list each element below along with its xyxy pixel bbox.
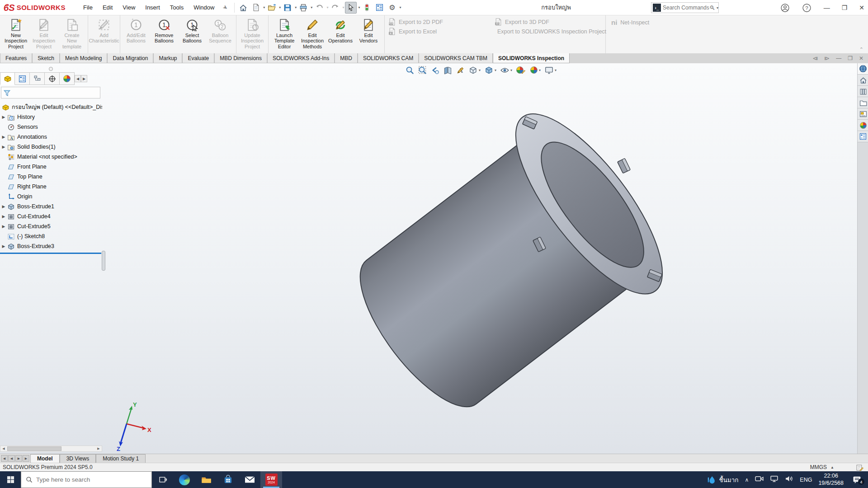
display-style-icon[interactable]: ▾ — [485, 66, 496, 75]
pin-menu-icon[interactable]: ➤ — [222, 3, 230, 12]
search-icon[interactable]: 🔍︎ — [709, 5, 715, 11]
tab-solidworks-inspection[interactable]: SOLIDWORKS Inspection — [493, 53, 570, 63]
tab-features[interactable]: Features — [0, 53, 32, 63]
meet-now-icon[interactable] — [755, 475, 764, 484]
doc-restore-icon[interactable]: ❐ — [848, 55, 853, 61]
edit-inspection-methods-button[interactable]: Edit Inspection Methods — [298, 17, 326, 50]
start-button[interactable] — [0, 471, 21, 488]
print-dropdown-icon[interactable]: ▾ — [311, 5, 312, 9]
scroll-left-icon[interactable]: ◀ — [75, 75, 81, 82]
tab-data-migration[interactable]: Data Migration — [107, 53, 153, 63]
units-selector[interactable]: MMGS — [810, 464, 827, 470]
balloon-sequence-button[interactable]: 12 Balloon Sequence — [206, 17, 234, 45]
apply-scene-icon[interactable]: ▾ — [530, 66, 541, 74]
show-hidden-icons-chevron[interactable]: ∧ — [745, 477, 749, 483]
menu-view[interactable]: View — [118, 0, 140, 15]
edit-appearance-icon[interactable] — [516, 66, 526, 75]
task-view-button[interactable] — [152, 471, 174, 488]
help-icon[interactable]: ? — [802, 4, 812, 12]
previous-view-icon[interactable] — [431, 66, 439, 75]
last-tab-icon[interactable]: ▶ — [23, 455, 29, 462]
create-new-template-button[interactable]: Create New template — [58, 17, 86, 50]
zoom-to-fit-icon[interactable] — [406, 66, 414, 75]
microsoft-store-button[interactable] — [217, 471, 239, 488]
menu-tools[interactable]: Tools — [165, 0, 189, 15]
design-library-tab[interactable] — [858, 86, 868, 97]
view-orientation-icon[interactable]: ▾ — [469, 66, 481, 75]
open-dropdown-icon[interactable]: ▾ — [279, 5, 281, 9]
weather-widget[interactable]: ชื้นมาก — [707, 475, 738, 485]
add-characteristic-button[interactable]: Add Characteristic — [90, 17, 118, 45]
options-dropdown-icon[interactable]: ▾ — [399, 5, 401, 9]
dropdown-icon[interactable]: ▾ — [510, 68, 512, 72]
ribbon-collapse-chevron-icon[interactable]: ⌃ — [859, 47, 863, 52]
file-explorer-tab[interactable] — [858, 97, 868, 108]
select-balloons-button[interactable]: Select Balloons — [178, 17, 206, 45]
graphics-viewport[interactable]: Y X Z — [105, 63, 857, 454]
scroll-left-icon[interactable]: ◀ — [0, 446, 7, 451]
tree-root-part[interactable]: กรอบใหญ่พ (Default) <<Default>_Displ — [0, 102, 102, 112]
user-account-icon[interactable] — [780, 4, 790, 12]
language-indicator[interactable]: ENG — [800, 477, 812, 483]
scroll-right-icon[interactable]: ▶ — [81, 75, 87, 82]
expander-icon[interactable]: ▶ — [0, 214, 7, 219]
tree-item-top-plane[interactable]: Top Plane — [0, 172, 102, 182]
tab-motion-study-1[interactable]: Motion Study 1 — [96, 454, 146, 463]
configuration-manager-tab[interactable] — [30, 72, 45, 85]
mail-button[interactable] — [239, 471, 260, 488]
tab-mbd-dimensions[interactable]: MBD Dimensions — [214, 53, 267, 63]
section-view-icon[interactable] — [443, 66, 452, 75]
pane-next-icon[interactable]: ⧐ — [824, 55, 830, 61]
dropdown-icon[interactable]: ▾ — [495, 68, 496, 72]
next-tab-icon[interactable]: ▶ — [15, 455, 22, 462]
display-pane-button[interactable] — [373, 2, 385, 14]
tree-item-boss-extrude3[interactable]: ▶ Boss-Extrude3 — [0, 241, 102, 251]
menu-insert[interactable]: Insert — [140, 0, 165, 15]
print-button[interactable] — [297, 2, 309, 14]
scroll-right-icon[interactable]: ▶ — [95, 446, 102, 451]
tab-model[interactable]: Model — [30, 454, 60, 463]
expander-icon[interactable]: ▶ — [0, 145, 7, 149]
new-inspection-project-button[interactable]: ★✓ New Inspection Project — [2, 17, 30, 50]
new-document-dropdown-icon[interactable]: ▾ — [263, 5, 265, 9]
search-commands-input[interactable] — [663, 5, 709, 11]
select-dropdown-icon[interactable]: ▾ — [358, 5, 360, 9]
tab-solidworks-cam-tbm[interactable]: SOLIDWORKS CAM TBM — [419, 53, 493, 63]
featuremanager-design-tree-tab[interactable] — [0, 72, 15, 85]
tree-item-solid-bodies[interactable]: ▶ Solid Bodies(1) — [0, 142, 102, 152]
tree-item-annotations[interactable]: ▶ Annotations — [0, 132, 102, 142]
tree-item-right-plane[interactable]: Right Plane — [0, 182, 102, 192]
edit-inspection-project-button[interactable]: Edit Inspection Project — [30, 17, 58, 50]
display-manager-tab[interactable] — [60, 72, 75, 85]
close-button[interactable]: ✕ — [859, 4, 864, 11]
rebuild-traffic-light-button[interactable] — [361, 2, 373, 14]
redo-dropdown-icon[interactable]: ▾ — [342, 5, 344, 9]
notification-center-button[interactable]: 4 — [850, 476, 863, 483]
tab-markup[interactable]: Markup — [153, 53, 182, 63]
custom-properties-tab[interactable] — [858, 131, 868, 142]
menu-file[interactable]: File — [78, 0, 98, 15]
restore-button[interactable]: ❐ — [842, 4, 848, 11]
options-gear-button[interactable]: ⚙ — [386, 2, 398, 14]
tab-solidworks-cam[interactable]: SOLIDWORKS CAM — [358, 53, 419, 63]
taskbar-search-box[interactable] — [21, 471, 152, 488]
units-dropdown-icon[interactable]: ▲ — [830, 465, 834, 469]
export-edrawing-button[interactable]: e Export to SOLIDWORKS Inspection Projec… — [495, 27, 605, 36]
remove-balloons-button[interactable]: ✕ Remove Balloons — [150, 17, 178, 45]
expander-icon[interactable]: ▶ — [0, 224, 7, 229]
flange-tab-right[interactable] — [618, 158, 630, 173]
undo-dropdown-icon[interactable]: ▾ — [326, 5, 328, 9]
expander-icon[interactable]: ▶ — [0, 115, 7, 119]
redo-button[interactable] — [329, 2, 341, 14]
pane-previous-icon[interactable]: ⧏ — [812, 55, 818, 61]
expander-icon[interactable]: ▶ — [0, 244, 7, 249]
menu-edit[interactable]: Edit — [98, 0, 118, 15]
hide-show-items-icon[interactable]: ▾ — [500, 66, 512, 75]
undo-button[interactable] — [313, 2, 325, 14]
export-to-excel-button[interactable]: X Export to Excel — [388, 27, 495, 36]
model-3d-cylinder[interactable]: Y X Z — [105, 63, 857, 454]
scrollbar-thumb[interactable] — [7, 446, 61, 451]
doc-minimize-icon[interactable]: — — [836, 55, 841, 61]
add-edit-balloons-button[interactable]: * Add/Edit Balloons — [122, 17, 150, 45]
launch-template-editor-button[interactable]: Launch Template Editor — [270, 17, 298, 50]
